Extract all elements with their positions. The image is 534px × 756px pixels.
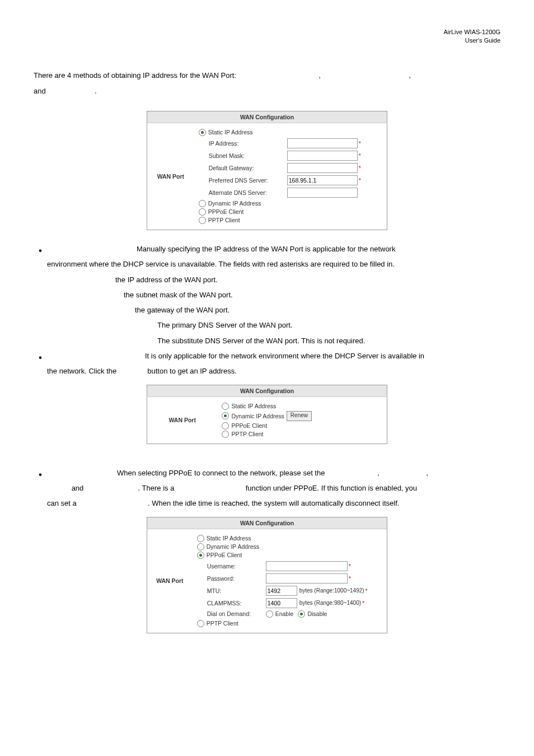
- bullet-icon: •: [34, 348, 47, 379]
- static-ip-radio[interactable]: Static IP Address: [222, 403, 378, 410]
- username-input[interactable]: [266, 561, 348, 571]
- radio-icon: [199, 217, 206, 224]
- radio-icon: [222, 422, 229, 430]
- static-ip-radio[interactable]: Static IP Address: [199, 129, 378, 136]
- wan-config-pppoe-table: WAN Configuration WAN Port Static IP Add…: [147, 517, 387, 633]
- disable-radio[interactable]: [298, 610, 305, 618]
- dynamic-ip-radio[interactable]: Dynamic IP Address: [197, 543, 378, 550]
- dynamic-ip-radio[interactable]: Dynamic IP Address: [199, 200, 378, 207]
- radio-icon: [222, 403, 229, 410]
- radio-icon: [199, 208, 206, 216]
- clampmss-input[interactable]: [266, 598, 297, 608]
- sub-gateway: the gateway of the WAN port.: [65, 302, 500, 318]
- ip-address-input[interactable]: [287, 138, 358, 148]
- radio-selected-icon: [197, 552, 204, 559]
- pppoe-radio[interactable]: PPPoE Client: [199, 208, 378, 216]
- doc-title: User's Guide: [465, 37, 500, 44]
- radio-selected-icon: [222, 412, 229, 419]
- wan-port-label: WAN Port: [147, 529, 193, 633]
- wan-port-label: WAN Port: [147, 123, 194, 230]
- bullet-static-ip: • Manually specifying the IP address of …: [34, 241, 500, 272]
- bullet-dynamic-ip: • It is only applicable for the network …: [34, 348, 500, 379]
- sub-dns2: The substitute DNS Server of the WAN por…: [65, 333, 500, 348]
- pptp-radio[interactable]: PPTP Client: [199, 217, 378, 224]
- renew-button[interactable]: Renew: [287, 411, 312, 421]
- wan-config-static-table: WAN Configuration WAN Port Static IP Add…: [147, 111, 387, 230]
- table-title: WAN Configuration: [147, 111, 387, 123]
- sub-ip-address: the IP address of the WAN port.: [65, 272, 500, 287]
- enable-radio[interactable]: [266, 610, 273, 618]
- product-name: AirLive WIAS-1200G: [444, 29, 500, 35]
- wan-config-dynamic-table: WAN Configuration WAN Port Static IP Add…: [147, 385, 387, 444]
- table-title: WAN Configuration: [147, 385, 387, 396]
- radio-icon: [199, 200, 206, 207]
- mtu-input[interactable]: [266, 586, 297, 596]
- pppoe-radio[interactable]: PPPoE Client: [222, 422, 378, 430]
- dynamic-ip-radio[interactable]: Dynamic IP Address Renew: [222, 411, 378, 421]
- radio-selected-icon: [199, 129, 206, 136]
- wan-port-label: WAN Port: [147, 396, 218, 444]
- page-header: AirLive WIAS-1200G User's Guide: [34, 28, 500, 45]
- alternate-dns-input[interactable]: [287, 188, 358, 198]
- pptp-radio[interactable]: PPTP Client: [197, 620, 378, 627]
- bullet-pppoe: • When selecting PPPoE to connect to the…: [34, 465, 500, 511]
- bullet-icon: •: [34, 465, 47, 511]
- pptp-radio[interactable]: PPTP Client: [222, 431, 378, 438]
- radio-icon: [197, 620, 204, 627]
- password-input[interactable]: [266, 573, 348, 584]
- preferred-dns-input[interactable]: [287, 175, 358, 185]
- default-gateway-input[interactable]: [287, 163, 358, 173]
- sub-subnet: the subnet mask of the WAN port.: [65, 287, 500, 302]
- radio-icon: [197, 543, 204, 550]
- pppoe-radio[interactable]: PPPoE Client: [197, 552, 378, 559]
- radio-icon: [222, 431, 229, 438]
- intro-paragraph: There are 4 methods of obtaining IP addr…: [34, 68, 500, 100]
- static-ip-radio[interactable]: Static IP Address: [197, 535, 378, 542]
- sub-dns1: The primary DNS Server of the WAN port.: [65, 318, 500, 333]
- radio-icon: [197, 535, 204, 542]
- subnet-mask-input[interactable]: [287, 151, 358, 161]
- bullet-icon: •: [34, 241, 47, 272]
- table-title: WAN Configuration: [147, 517, 387, 529]
